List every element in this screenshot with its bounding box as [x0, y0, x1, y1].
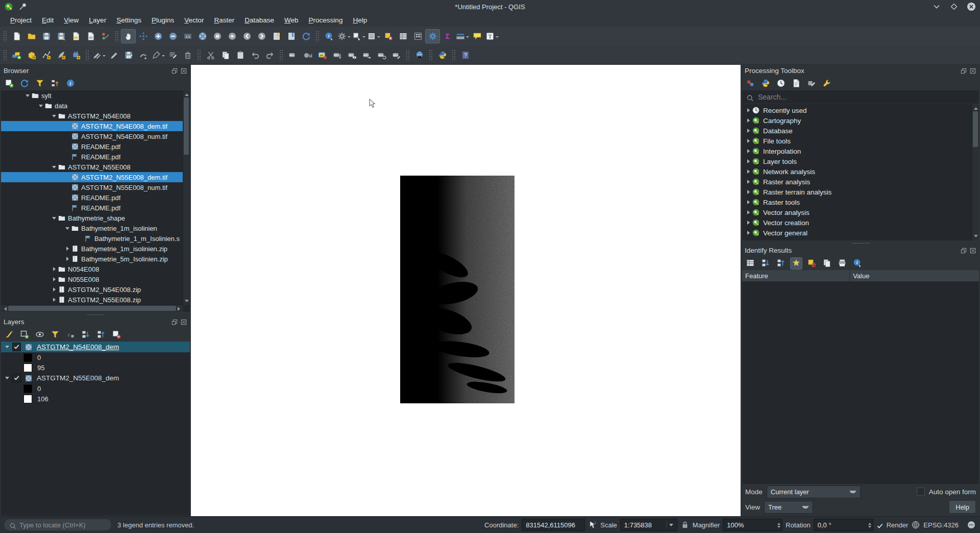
open-attribute-table-button[interactable] [396, 29, 410, 43]
history-button[interactable] [775, 78, 787, 90]
copy-results-button[interactable] [821, 257, 833, 270]
cut-features-button[interactable] [203, 48, 218, 62]
style-manager-button[interactable] [98, 29, 113, 43]
advanced-digitizing-button[interactable] [151, 48, 165, 62]
layer-item[interactable]: ASTGTM2_N54E008_dem [1, 342, 190, 352]
filter-expression-button[interactable]: ε [64, 329, 77, 341]
menu-edit[interactable]: Edit [37, 15, 59, 26]
view-select[interactable]: Tree [764, 501, 813, 514]
processing-group[interactable]: Network analysis [742, 166, 972, 177]
render-checkbox[interactable] [876, 521, 884, 528]
pan-map-button[interactable] [121, 29, 136, 43]
rotate-label-button[interactable]: abc [374, 48, 389, 62]
multiedit-attributes-button[interactable] [165, 48, 180, 62]
refresh-browser-button[interactable] [18, 78, 31, 90]
zoom-next-button[interactable] [254, 29, 269, 43]
save-edits-button[interactable] [121, 48, 136, 62]
browser-item[interactable]: ASTGTM2_N54E008_dem.tif [1, 121, 183, 131]
expand-all-button[interactable] [760, 257, 772, 270]
float-panel-icon[interactable] [960, 67, 967, 75]
expand-new-results-button[interactable] [790, 257, 802, 270]
results-viewer-button[interactable] [790, 78, 802, 90]
tree-open-arrow-icon[interactable] [38, 103, 44, 109]
browser-item[interactable]: Bathymetrie_1m_isolinien [1, 223, 183, 233]
stream-digitize-button[interactable] [136, 48, 151, 62]
filter-legend-button[interactable] [49, 329, 61, 341]
tree-open-arrow-icon[interactable] [4, 344, 10, 350]
processing-group[interactable]: Recently used [742, 105, 972, 115]
project-save-as-button[interactable] [54, 29, 68, 43]
tree-open-arrow-icon[interactable] [51, 113, 57, 119]
models-button[interactable] [744, 78, 756, 90]
map-canvas[interactable] [191, 65, 741, 517]
redo-button[interactable] [262, 48, 277, 62]
tree-closed-arrow-icon[interactable] [64, 257, 70, 261]
scripts-button[interactable] [760, 78, 772, 90]
browser-item[interactable]: README.pdf [1, 192, 183, 203]
python-console-button[interactable] [435, 48, 450, 62]
menu-layer[interactable]: Layer [84, 15, 111, 26]
pinned-labels-button[interactable]: ab [315, 48, 330, 62]
identify-mode-button[interactable]: i [851, 257, 864, 270]
tree-closed-arrow-icon[interactable] [745, 139, 751, 143]
metasearch-button[interactable] [412, 48, 427, 62]
tree-closed-arrow-icon[interactable] [745, 221, 751, 225]
menu-project[interactable]: Project [5, 15, 37, 26]
tree-closed-arrow-icon[interactable] [745, 180, 751, 184]
statistical-summary-button[interactable]: Σ [440, 29, 455, 43]
tree-closed-arrow-icon[interactable] [745, 210, 751, 214]
options-wrench-button[interactable] [821, 78, 833, 90]
new-print-layout-button[interactable] [68, 29, 83, 43]
menu-vector[interactable]: Vector [179, 15, 209, 26]
tree-closed-arrow-icon[interactable] [51, 287, 57, 292]
crs-globe-icon[interactable] [911, 520, 920, 529]
tree-closed-arrow-icon[interactable] [745, 190, 751, 194]
browser-item[interactable]: N054E008 [1, 264, 183, 274]
browser-item[interactable]: ASTGTM2_N55E008.zip [1, 295, 183, 305]
refresh-map-button[interactable] [299, 29, 313, 43]
legend-entry[interactable]: 0 [1, 383, 190, 394]
select-features-button[interactable] [351, 29, 366, 43]
legend-entry[interactable]: 106 [1, 394, 190, 404]
tree-closed-arrow-icon[interactable] [745, 169, 751, 174]
lock-icon[interactable] [680, 520, 690, 529]
close-panel-icon[interactable] [969, 67, 976, 75]
select-by-form-button[interactable] [366, 29, 381, 43]
identify-features-button[interactable]: i [322, 29, 336, 43]
new-shapefile-button[interactable] [39, 48, 54, 62]
browser-item[interactable]: ASTGTM2_N54E008_num.tif [1, 131, 183, 141]
map-themes-button[interactable] [34, 329, 46, 341]
delete-selected-button[interactable] [180, 48, 195, 62]
new-bookmark-button[interactable] [269, 29, 284, 43]
legend-entry[interactable]: 95 [1, 362, 190, 373]
browser-item[interactable]: Bathymetrie_shape [1, 213, 183, 223]
project-new-button[interactable] [9, 29, 24, 43]
menu-help[interactable]: Help [348, 15, 372, 26]
tree-open-arrow-icon[interactable] [64, 225, 70, 232]
menu-database[interactable]: Database [239, 15, 279, 26]
coordinate-input[interactable]: 831542,6115096 [522, 519, 585, 531]
layer-item[interactable]: ASTGTM2_N55E008_dem [1, 373, 190, 383]
edit-in-place-button[interactable] [805, 78, 818, 90]
processing-group[interactable]: Raster tools [742, 197, 972, 207]
processing-group[interactable]: Vector creation [742, 217, 972, 228]
tree-closed-arrow-icon[interactable] [745, 200, 751, 204]
processing-group[interactable]: Cartography [742, 115, 972, 126]
zoom-out-button[interactable] [165, 29, 180, 43]
close-button[interactable] [967, 2, 976, 11]
browser-vertical-scrollbar[interactable] [183, 90, 190, 305]
browser-item[interactable]: data [1, 101, 183, 111]
change-label-button[interactable]: abc [389, 48, 404, 62]
properties-widget-button[interactable]: i [64, 78, 77, 90]
zoom-native-button[interactable]: 1:1 [180, 29, 195, 43]
mode-select[interactable]: Current layer [767, 486, 861, 498]
new-virtual-layer-button[interactable] [68, 48, 83, 62]
current-edits-button[interactable] [91, 48, 106, 62]
menu-raster[interactable]: Raster [209, 15, 240, 26]
deselect-all-button[interactable] [381, 29, 396, 43]
legend-entry[interactable]: 0 [1, 352, 190, 362]
float-panel-icon[interactable] [171, 67, 178, 75]
processing-group[interactable]: Raster terrain analysis [742, 187, 972, 197]
menu-plugins[interactable]: Plugins [146, 15, 179, 26]
browser-item[interactable]: Bathymetrie_1_m_Isolinien.s [1, 233, 183, 244]
